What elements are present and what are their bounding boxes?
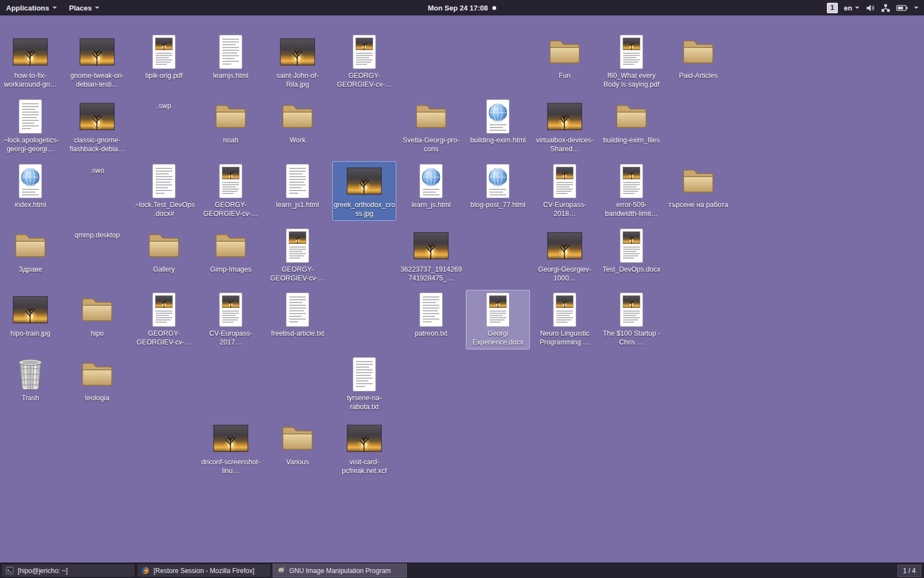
icon-label: Georgi Experience.docx (467, 329, 529, 347)
applications-menu-label: Applications (6, 4, 49, 12)
icon-label: qmmp.desktop (75, 231, 120, 240)
applications-menu[interactable]: Applications (0, 0, 63, 15)
desktop-icon-saint-john-of-rila-jpg[interactable]: saint-John-of-Rila.jpg (265, 32, 330, 92)
desktop-icon-gnome-tweak-on-debian-testi[interactable]: gnome-tweak-on-debian-testi… (65, 32, 129, 92)
icon-label: hipo (91, 329, 104, 338)
desktop-icon-teologia[interactable]: teologia (65, 354, 129, 405)
icon-label: Paid-Articles (679, 71, 718, 80)
taskbar-window-gimp[interactable]: GNU Image Manipulation Program (273, 564, 407, 577)
icon-label: freebsd-article.txt (271, 329, 324, 338)
desktop-icon-qmmp-desktop[interactable]: qmmp.desktop (65, 226, 129, 242)
desktop-icon-cv-europass-2018[interactable]: CV-Europass-2018… (533, 161, 597, 221)
icon-label: GEORGY-GEORGIEV-cv-… (333, 71, 395, 89)
desktop-icon-lock-apologetics-georgi-georgi[interactable]: .~lock.apologetics-georgi-georgi… (0, 97, 62, 156)
desktop-icon-georgy-georgiev-cv[interactable]: GEORGY-GEORGIEV-cv-… (332, 32, 396, 92)
document-preview-icon (614, 228, 649, 263)
battery-icon[interactable] (896, 4, 908, 12)
desktop-area[interactable]: how-to-fix-workaround-gn…gnome-tweak-on-… (0, 15, 924, 563)
desktop-icon-building-exim-html[interactable]: building-exim.html (466, 97, 530, 147)
desktop-icon-f60-what-every-body-is-saying-pdf[interactable]: f60_What every Body is saying.pdf (599, 32, 663, 92)
workspace-indicator[interactable]: 1 (827, 3, 838, 13)
desktop-icon-swp[interactable]: .swp (132, 97, 196, 113)
desktop-icon-georgi-georgiev-1000[interactable]: Georgi-Georgiev-1000… (533, 226, 597, 285)
icon-label: error-509-bandwidth-limit… (601, 200, 662, 219)
system-menu-caret-icon[interactable] (914, 7, 918, 9)
desktop-icon-trash[interactable]: Trash (0, 354, 62, 405)
terminal-icon (6, 566, 14, 575)
network-icon[interactable] (881, 3, 890, 13)
panel-menus: Applications Places (0, 0, 105, 15)
desktop-icon-blog-post-77-html[interactable]: blog-post_77.html (466, 161, 530, 211)
desktop-icon-fun[interactable]: Fun (533, 32, 597, 82)
desktop-icon-patreon-txt[interactable]: patreon.txt (399, 290, 463, 340)
desktop-icon-tipik-orig-pdf[interactable]: tipik-orig.pdf (132, 32, 196, 82)
document-preview-icon (213, 163, 248, 199)
folder-icon (614, 99, 649, 134)
desktop-icon-gimp-images[interactable]: Gimp-Images (199, 226, 263, 276)
desktop-icon-търсене-на-работа[interactable]: търсене на работа (666, 161, 730, 211)
taskbar-window-terminal[interactable]: [hipo@jericho: ~] (1, 564, 135, 577)
icon-label: patreon.txt (415, 329, 447, 338)
icon-label: Gimp-Images (210, 265, 251, 274)
workspace-pager[interactable]: 1 / 4 (898, 565, 921, 577)
icon-label: 36223737_1914269741928475_… (400, 265, 462, 283)
desktop-icon-gallery[interactable]: Gallery (132, 226, 196, 276)
desktop-icon-lock-test-devops-docx[interactable]: .~lock.Test_DevOps.docx# (132, 161, 196, 221)
document-preview-icon (480, 292, 516, 327)
desktop-screen: Applications Places Mon Sep 24 17:08 1 e… (0, 0, 924, 578)
desktop-icon-building-exim-files[interactable]: building-exim_files (599, 97, 663, 147)
icon-label: saint-John-of-Rila.jpg (267, 71, 328, 89)
desktop-icon-georgi-experience-docx[interactable]: Georgi Experience.docx (466, 290, 530, 349)
places-menu[interactable]: Places (63, 0, 105, 15)
desktop-icon-learn-js1-html[interactable]: learn_js1.html (265, 161, 330, 211)
icon-label: noah (223, 136, 238, 145)
text-document-icon (213, 34, 248, 70)
taskbar-window-firefox[interactable]: [Restore Session - Mozilla Firefox] (137, 564, 271, 577)
clock[interactable]: Mon Sep 24 17:08 (428, 4, 496, 12)
desktop-icon-various[interactable]: Various (265, 418, 330, 469)
desktop-icon-neuro-linguistic-programming[interactable]: Neuro Linguistic Programming … (533, 290, 597, 349)
desktop-icon-paid-articles[interactable]: Paid-Articles (666, 32, 730, 82)
gimp-icon (277, 566, 285, 575)
desktop-icon-learn-js-html[interactable]: learn_js.html (399, 161, 463, 211)
icon-label: CV-Europass-2018… (534, 200, 596, 219)
desktop-icon-swo[interactable]: .swo (65, 161, 129, 177)
desktop-icon-classic-gnome-flashback-debia[interactable]: classic-gnome-flashback-debia… (65, 97, 129, 156)
desktop-icon-hipo-train-jpg[interactable]: hipo-train.jpg (0, 290, 62, 340)
desktop-icon-visit-card-pcfreak-net-xcf[interactable]: visit-card-pcfreak.net.xcf (332, 418, 396, 478)
desktop-icon-error-509-bandwidth-limit[interactable]: error-509-bandwidth-limit… (599, 161, 663, 221)
document-preview-icon (547, 292, 582, 327)
desktop-icon-driconf-screenshot-linu[interactable]: driconf-screenshot-linu… (199, 418, 263, 478)
keyboard-layout-indicator[interactable]: en (844, 4, 859, 12)
places-menu-label: Places (69, 4, 92, 12)
trash-icon (13, 357, 48, 392)
image-thumbnail-icon (347, 421, 382, 456)
desktop-icon-здраве[interactable]: Здраве (0, 226, 62, 276)
desktop-icon-the-100-startup-chris[interactable]: The $100 Startup - Chris … (599, 290, 663, 349)
desktop-icon-noah[interactable]: noah (199, 97, 263, 147)
desktop-icon-tyrsene-na-rabota-txt[interactable]: tyrsene-na-rabota.txt (332, 354, 396, 414)
folder-icon (681, 163, 716, 199)
desktop-icon-virtualbox-devices-shared[interactable]: virtualbox-devices-Shared… (533, 97, 597, 156)
desktop-icon-georgy-georgiev-cv[interactable]: GEORGY-GEORGIEV-cv-… (199, 161, 263, 221)
desktop-icon-index-html[interactable]: index.html (0, 161, 62, 211)
desktop-icon-georgy-georgiev-cv[interactable]: GEORGY-GEORGIEV-cv-… (132, 290, 196, 349)
desktop-icon-36223737-1914269741928475[interactable]: 36223737_1914269741928475_… (399, 226, 463, 285)
desktop-icon-cv-europass-2017[interactable]: CV-Europass-2017… (199, 290, 263, 349)
document-preview-icon (614, 163, 649, 199)
desktop-icon-hipo[interactable]: hipo (65, 290, 129, 340)
icon-label: .~lock.Test_DevOps.docx# (133, 200, 195, 219)
document-preview-icon (146, 34, 182, 70)
desktop-icon-work[interactable]: Work (265, 97, 330, 147)
desktop-icon-greek-orthodox-cross-jpg[interactable]: greek_orthodox_cross.jpg (332, 161, 396, 221)
desktop-icon-freebsd-article-txt[interactable]: freebsd-article.txt (265, 290, 330, 340)
image-thumbnail-icon (280, 34, 315, 70)
desktop-icon-svetla-georgi-pro-cons[interactable]: Svetla-Georgi-pro-cons (399, 97, 463, 156)
image-thumbnail-icon (13, 34, 48, 70)
desktop-icon-test-devops-docx[interactable]: Test_DevOps.docx (599, 226, 663, 276)
desktop-icon-how-to-fix-workaround-gn[interactable]: how-to-fix-workaround-gn… (0, 32, 62, 92)
clock-text: Mon Sep 24 17:08 (428, 4, 488, 12)
desktop-icon-learnjs-html[interactable]: learnjs.html (199, 32, 263, 82)
volume-icon[interactable] (865, 3, 875, 13)
desktop-icon-georgy-georgiev-cv[interactable]: GEORGY-GEORGIEV-cv-… (265, 226, 330, 285)
